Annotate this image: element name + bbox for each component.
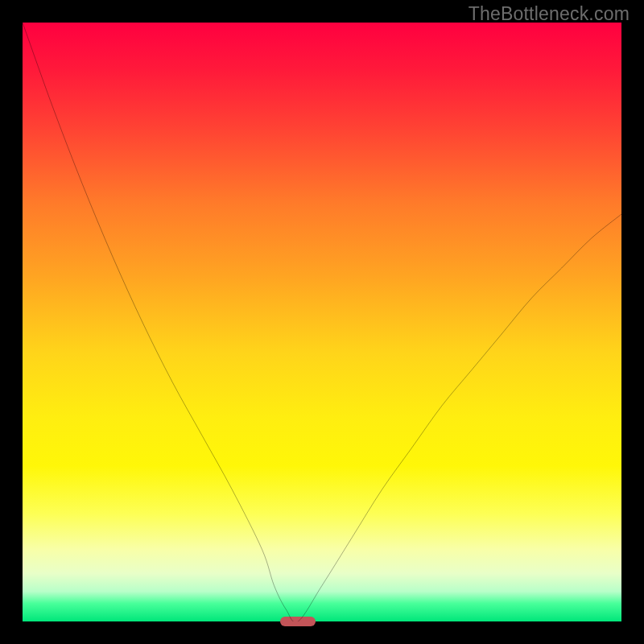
curve-path [23,23,621,621]
chart-frame: TheBottleneck.com [0,0,644,644]
bottleneck-marker [280,617,316,625]
plot-area [23,23,621,621]
watermark-text: TheBottleneck.com [469,3,630,25]
bottleneck-curve [23,23,621,621]
